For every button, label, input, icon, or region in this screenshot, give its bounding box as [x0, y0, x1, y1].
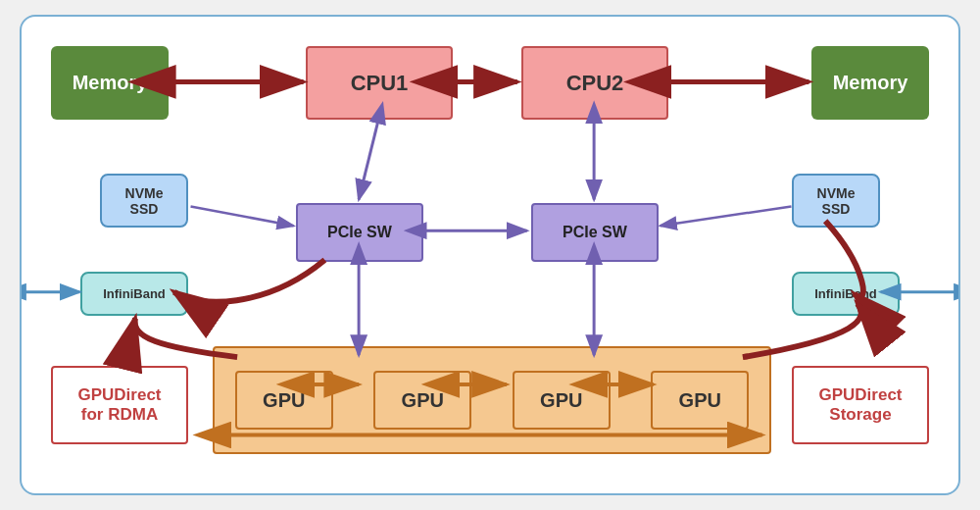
infiniband-right-box: InfiniBand — [792, 272, 900, 316]
nvme-right-box: NVMeSSD — [792, 174, 880, 228]
gpu4-label: GPU — [679, 389, 721, 412]
cpu1-label: CPU1 — [351, 71, 409, 96]
pcie1-box: PCIe SW — [296, 203, 423, 262]
memory-left-box: Memory — [51, 46, 169, 120]
pcie2-label: PCIe SW — [563, 224, 627, 241]
gpu4-box: GPU — [651, 371, 749, 430]
gpu-area: GPU GPU GPU GPU — [213, 346, 771, 454]
infiniband-right-label: InfiniBand — [814, 286, 877, 301]
memory-right-label: Memory — [833, 72, 908, 94]
gpu1-box: GPU — [235, 371, 333, 430]
memory-right-box: Memory — [811, 46, 929, 120]
cpu1-box: CPU1 — [306, 46, 453, 120]
nvme-right-label: NVMeSSD — [817, 185, 856, 217]
gpudirect-storage-box: GPUDirectStorage — [792, 366, 929, 444]
cpu2-label: CPU2 — [566, 71, 624, 96]
cpu1-pcie1-arrow — [359, 121, 378, 199]
cpu2-box: CPU2 — [521, 46, 668, 120]
gpu3-box: GPU — [513, 371, 611, 430]
nvme-left-pcie1-arrow — [191, 206, 294, 226]
gpudirect-rdma-box: GPUDirectfor RDMA — [51, 366, 188, 444]
infiniband-left-label: InfiniBand — [103, 286, 166, 301]
memory-left-label: Memory — [73, 72, 148, 94]
nvme-right-pcie2-arrow — [661, 206, 792, 226]
nvme-left-box: NVMeSSD — [100, 174, 188, 228]
diagram-container: Memory Memory CPU1 CPU2 PCIe SW PCIe SW … — [20, 15, 960, 495]
gpu2-box: GPU — [373, 371, 471, 430]
gpudirect-storage-label: GPUDirectStorage — [818, 385, 902, 425]
nvme-left-label: NVMeSSD — [125, 185, 164, 217]
pcie2-box: PCIe SW — [531, 203, 659, 262]
infiniband-left-box: InfiniBand — [80, 272, 188, 316]
gpu3-label: GPU — [540, 389, 582, 412]
gpudirect-rdma-label: GPUDirectfor RDMA — [77, 385, 161, 425]
pcie1-label: PCIe SW — [327, 224, 392, 241]
gpu1-label: GPU — [263, 389, 305, 412]
gpu2-label: GPU — [402, 389, 444, 412]
pcie1-infiniband-left-arrow — [174, 260, 325, 302]
